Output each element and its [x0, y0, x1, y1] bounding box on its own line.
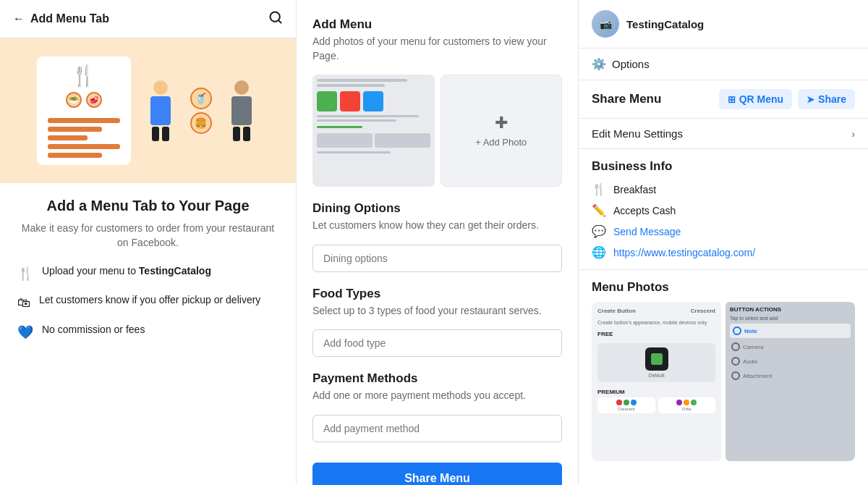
edit-settings-label: Edit Menu Settings [592, 127, 683, 140]
feature-item-3: 💙 No commission or fees [17, 323, 278, 342]
feature-text-2: Let customers know if you offer pickup o… [39, 293, 260, 308]
share-menu-bar: Share Menu ⊞ QR Menu ➤ Share [579, 80, 868, 119]
menu-photo-2[interactable]: BUTTON ACTIONS Tap to select and add Not… [726, 302, 855, 461]
edit-menu-settings-row[interactable]: Edit Menu Settings › [579, 119, 868, 149]
middle-panel: Add Menu Add photos of your menu for cus… [297, 0, 579, 485]
catalog-avatar: 📷 [592, 10, 619, 38]
heart-icon: 💙 [17, 324, 33, 342]
fork-knife-icon: 🍴 [71, 64, 96, 88]
menu-photos-grid: Create Button Crescent Create button's a… [592, 302, 855, 461]
add-photo-label: + Add Photo [475, 137, 527, 148]
svg-line-1 [278, 20, 281, 23]
food-types-section: Food Types Select up to 3 types of food … [312, 287, 562, 358]
send-message-row[interactable]: 💬 Send Message [592, 224, 855, 238]
feature-text-3: No commission or fees [42, 323, 145, 337]
payment-methods-title: Payment Methods [312, 371, 562, 386]
hero-illustration: 🍴 🥗 🥩 [0, 38, 296, 183]
payment-method-input[interactable] [312, 415, 562, 442]
menu-photos-section: Menu Photos Create Button Crescent Creat… [579, 270, 868, 471]
person1-illustration [142, 80, 179, 141]
breakfast-label: Breakfast [613, 184, 656, 195]
left-content: Add a Menu Tab to Your Page Make it easy… [0, 183, 296, 485]
menu-photos-title: Menu Photos [592, 280, 855, 295]
business-info-title: Business Info [592, 159, 855, 174]
features-list: 🍴 Upload your menu to TestingCatalog 🛍 L… [17, 264, 278, 342]
accepts-cash-label: Accepts Cash [613, 205, 676, 216]
back-button[interactable]: ← Add Menu Tab [13, 12, 109, 25]
website-row[interactable]: 🌐 https://www.testingcatalog.com/ [592, 245, 855, 259]
qr-menu-button[interactable]: ⊞ QR Menu [719, 89, 792, 109]
menu-photo-1[interactable]: Create Button Crescent Create button's a… [592, 302, 721, 461]
utensils-info-icon: 🍴 [592, 182, 606, 196]
payment-methods-section: Payment Methods Add one or more payment … [312, 371, 562, 442]
menu-photo-existing[interactable] [312, 75, 435, 187]
main-title: Add a Menu Tab to Your Page [17, 198, 278, 214]
add-menu-subtitle: Add photos of your menu for customers to… [312, 35, 562, 63]
pencil-info-icon: ✏️ [592, 203, 606, 217]
right-panel: 📷 TestingCatalog ⚙️ Options Share Menu ⊞… [579, 0, 868, 485]
food-types-input[interactable] [312, 329, 562, 357]
left-panel: ← Add Menu Tab 🍴 🥗 🥩 [0, 0, 297, 485]
food-types-subtitle: Select up to 3 types of food your restau… [312, 304, 562, 319]
business-info-section: Business Info 🍴 Breakfast ✏️ Accepts Cas… [579, 149, 868, 270]
share-button[interactable]: ➤ Share [798, 89, 855, 109]
catalog-name: TestingCatalog [626, 18, 704, 30]
food-types-title: Food Types [312, 287, 562, 301]
gear-icon: ⚙️ [592, 57, 606, 71]
options-row[interactable]: ⚙️ Options [579, 48, 868, 80]
share-menu-button[interactable]: Share Menu [312, 463, 562, 485]
share-menu-title: Share Menu [592, 92, 661, 106]
right-header: 📷 TestingCatalog [579, 0, 868, 48]
person2-illustration [224, 80, 260, 141]
website-link[interactable]: https://www.testingcatalog.com/ [613, 247, 755, 258]
globe-icon: 🌐 [592, 245, 606, 259]
qr-icon: ⊞ [728, 94, 736, 105]
accepts-cash-row: ✏️ Accepts Cash [592, 203, 855, 217]
back-arrow-icon: ← [13, 12, 25, 25]
feature-item-2: 🛍 Let customers know if you offer pickup… [17, 293, 278, 312]
utensils-icon: 🍴 [17, 265, 33, 283]
dining-options-section: Dining Options Let customers know how th… [312, 201, 562, 272]
breakfast-row: 🍴 Breakfast [592, 182, 855, 196]
search-icon [268, 10, 283, 25]
dining-options-input[interactable] [312, 245, 562, 272]
send-message-link[interactable]: Send Message [613, 226, 681, 237]
dining-options-title: Dining Options [312, 201, 562, 216]
food-items-illustration: 🥤 🍔 [190, 88, 212, 134]
photo-grid: ✚ + Add Photo [312, 75, 562, 187]
add-menu-title: Add Menu [312, 17, 562, 32]
feature-text-1: Upload your menu to TestingCatalog [42, 264, 211, 279]
messenger-icon: 💬 [592, 224, 606, 238]
chevron-right-icon: › [851, 128, 855, 140]
bag-icon: 🛍 [17, 294, 30, 312]
left-header: ← Add Menu Tab [0, 0, 296, 38]
share-action-label: Share [818, 93, 846, 105]
qr-menu-label: QR Menu [739, 93, 783, 105]
add-photo-button[interactable]: ✚ + Add Photo [441, 75, 563, 187]
add-menu-section: Add Menu Add photos of your menu for cus… [312, 17, 562, 187]
feature-item-1: 🍴 Upload your menu to TestingCatalog [17, 264, 278, 283]
business-info-list: 🍴 Breakfast ✏️ Accepts Cash 💬 Send Messa… [592, 182, 855, 259]
search-button[interactable] [268, 10, 283, 28]
back-button-label: Add Menu Tab [30, 12, 109, 25]
share-icon: ➤ [807, 94, 814, 105]
share-menu-actions: ⊞ QR Menu ➤ Share [719, 89, 855, 109]
catalog-name-bold: TestingCatalog [139, 265, 211, 277]
options-label: Options [612, 58, 650, 70]
main-subtitle: Make it easy for customers to order from… [17, 222, 278, 250]
plus-icon: ✚ [495, 114, 508, 132]
dining-options-subtitle: Let customers know how they can get thei… [312, 219, 562, 233]
payment-methods-subtitle: Add one or more payment methods you acce… [312, 389, 562, 403]
middle-content: Add Menu Add photos of your menu for cus… [297, 0, 578, 485]
